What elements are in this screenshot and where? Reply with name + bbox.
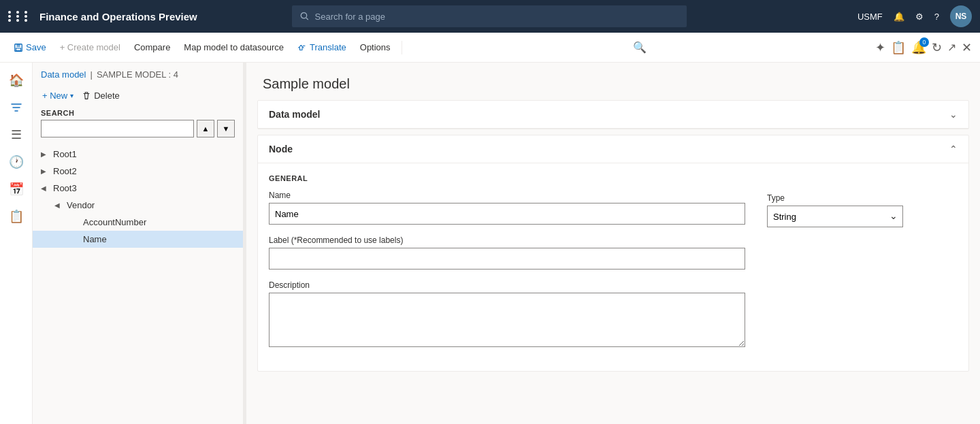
node-section-body: GENERAL Name Label (*Recommended to use … — [258, 163, 968, 371]
search-section: SEARCH ▲ ▼ — [33, 109, 243, 143]
tree-label-root1: Root1 — [53, 149, 77, 159]
compare-button[interactable]: Compare — [129, 39, 176, 55]
personalize-icon[interactable]: ✦ — [875, 40, 885, 55]
data-model-section-title: Data model — [269, 109, 320, 120]
app-title: Finance and Operations Preview — [39, 11, 197, 22]
type-label: Type — [767, 193, 958, 203]
search-down-btn[interactable]: ▼ — [217, 120, 235, 137]
type-select[interactable]: String Integer Boolean DateTime — [767, 206, 903, 227]
search-icon — [300, 12, 309, 21]
search-up-btn[interactable]: ▲ — [197, 120, 214, 137]
data-model-section-header[interactable]: Data model ⌄ — [258, 101, 968, 129]
svg-rect-4 — [16, 48, 21, 50]
home-icon[interactable]: 🏠 — [4, 68, 29, 93]
main-layout: 🏠 ☰ 🕐 📅 📋 Data model | SAMPLE MODEL : 4 … — [0, 63, 980, 424]
tree-label-root2: Root2 — [53, 166, 77, 176]
name-field: Name — [269, 191, 745, 225]
description-input[interactable] — [269, 293, 745, 347]
options-button[interactable]: Options — [355, 39, 396, 55]
tree-search-input[interactable] — [41, 120, 194, 137]
delete-button[interactable]: Delete — [80, 88, 121, 103]
toolbar: Save + Create model Compare Map model to… — [0, 33, 980, 63]
search-input[interactable] — [315, 12, 679, 22]
map-model-label: Map model to datasource — [184, 42, 284, 52]
avatar[interactable]: NS — [950, 5, 972, 27]
toolbar-separator — [402, 41, 402, 54]
new-button[interactable]: + New ▾ — [41, 88, 75, 103]
node-section-title: Node — [269, 144, 293, 154]
node-form-row: GENERAL Name Label (*Recommended to use … — [269, 174, 958, 360]
tree-panel: Data model | SAMPLE MODEL : 4 + New ▾ De… — [33, 63, 244, 424]
description-label: Description — [269, 280, 745, 290]
tree-label-name: Name — [83, 234, 107, 244]
breadcrumb: Data model | SAMPLE MODEL : 4 — [41, 69, 235, 80]
list-icon[interactable]: 📋 — [4, 204, 29, 229]
view-icon[interactable]: 📋 — [891, 40, 906, 55]
new-delete-row: + New ▾ Delete — [33, 88, 243, 109]
save-icon — [14, 43, 23, 52]
tree-item-root3[interactable]: ◀ Root3 — [33, 180, 243, 197]
close-icon[interactable]: ✕ — [962, 40, 972, 55]
top-nav: Finance and Operations Preview USMF 🔔 ⚙ … — [0, 0, 980, 33]
tree-item-name[interactable]: ▶ Name — [33, 231, 243, 248]
name-input[interactable] — [269, 203, 745, 225]
name-label: Name — [269, 191, 745, 200]
compare-label: Compare — [134, 42, 170, 52]
user-label: USMF — [858, 12, 883, 22]
tree-label-accountnumber: AccountNumber — [83, 217, 146, 227]
top-nav-right: USMF 🔔 ⚙ ? NS — [858, 5, 972, 27]
tree-item-vendor[interactable]: ◀ Vendor — [33, 197, 243, 214]
search-label: SEARCH — [41, 109, 235, 117]
node-form-right: Type String Integer Boolean DateTime — [767, 174, 958, 360]
node-section-header[interactable]: Node ⌃ — [258, 135, 968, 163]
app-grid-icon[interactable] — [8, 11, 31, 22]
detail-title: Sample model — [246, 63, 980, 100]
node-form-left: GENERAL Name Label (*Recommended to use … — [269, 174, 745, 360]
description-field: Description — [269, 280, 745, 349]
tree-label-root3: Root3 — [53, 183, 77, 193]
delete-icon — [82, 91, 91, 101]
settings-icon[interactable]: ⚙ — [915, 12, 924, 22]
translate-icon — [297, 43, 307, 52]
calendar-icon[interactable]: 📅 — [4, 177, 29, 201]
bell-icon[interactable]: 🔔 — [894, 12, 904, 22]
data-model-chevron-icon: ⌄ — [949, 109, 958, 120]
refresh-icon[interactable]: ↻ — [932, 40, 942, 55]
translate-button[interactable]: Translate — [292, 39, 352, 55]
search-row: ▲ ▼ — [41, 120, 235, 137]
menu-icon[interactable]: ☰ — [4, 123, 29, 147]
save-label: Save — [26, 42, 46, 52]
label-input[interactable] — [269, 248, 745, 270]
notification-icon[interactable]: 🔔0 — [911, 40, 926, 55]
toolbar-search-icon[interactable]: 🔍 — [633, 41, 647, 54]
save-button[interactable]: Save — [8, 39, 52, 55]
tree-body: ▶ Root1 ▶ Root2 ◀ Root3 ◀ Vendor ▶ Accou… — [33, 143, 243, 424]
svg-point-0 — [301, 13, 306, 18]
create-model-button[interactable]: + Create model — [54, 39, 126, 55]
type-field: Type String Integer Boolean DateTime — [767, 193, 958, 227]
tree-item-accountnumber[interactable]: ▶ AccountNumber — [33, 214, 243, 231]
tree-label-vendor: Vendor — [67, 200, 95, 210]
tree-header: Data model | SAMPLE MODEL : 4 — [33, 63, 243, 88]
tree-arrow-root1: ▶ — [41, 150, 50, 158]
breadcrumb-sample-model: SAMPLE MODEL : 4 — [97, 69, 178, 80]
clock-icon[interactable]: 🕐 — [4, 150, 29, 174]
node-section: Node ⌃ GENERAL Name Label (*Recommended … — [257, 135, 969, 372]
label-field-label: Label (*Recommended to use labels) — [269, 235, 745, 245]
tree-item-root2[interactable]: ▶ Root2 — [33, 163, 243, 180]
breadcrumb-data-model[interactable]: Data model — [41, 69, 86, 80]
help-icon[interactable]: ? — [934, 12, 939, 22]
open-in-icon[interactable]: ↗ — [947, 41, 956, 54]
translate-label: Translate — [310, 42, 346, 52]
filter-icon[interactable] — [4, 95, 29, 120]
map-model-button[interactable]: Map model to datasource — [178, 39, 289, 55]
tree-arrow-root2: ▶ — [41, 167, 50, 175]
svg-line-1 — [306, 18, 308, 20]
data-model-section: Data model ⌄ — [257, 100, 969, 129]
tree-arrow-root3: ◀ — [41, 184, 50, 192]
breadcrumb-sep: | — [90, 69, 92, 80]
node-chevron-icon: ⌃ — [949, 144, 958, 154]
icon-bar: 🏠 ☰ 🕐 📅 📋 — [0, 63, 33, 424]
tree-item-root1[interactable]: ▶ Root1 — [33, 146, 243, 163]
global-search-box[interactable] — [292, 5, 687, 27]
